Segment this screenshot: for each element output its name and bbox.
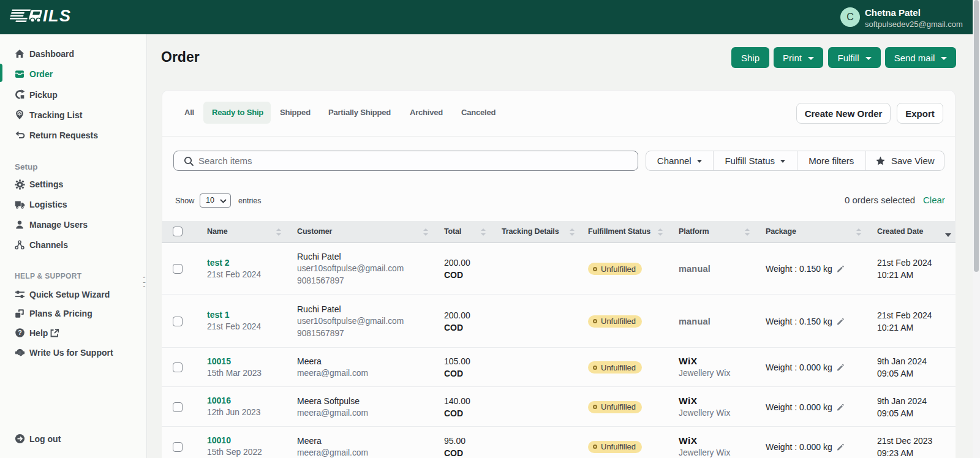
svg-text:?: ? [18, 329, 21, 336]
